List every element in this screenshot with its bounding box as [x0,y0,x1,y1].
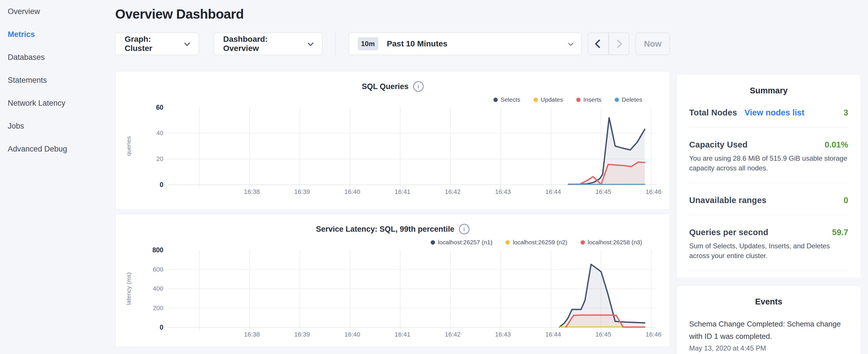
x-tick-label: 16:42 [445,331,461,338]
time-step-forward-button[interactable] [608,33,629,55]
summary-row-subtext: Sum of Selects, Updates, Inserts, and De… [689,241,848,261]
x-tick-label: 16:46 [646,331,661,338]
summary-row-total-nodes: Total NodesView nodes list3 [689,108,848,118]
legend-item-deletes[interactable]: Deletes [615,96,642,103]
x-tick-label: 16:46 [646,188,661,196]
sidebar-item-advanced-debug[interactable]: Advanced Debug [8,145,115,153]
y-tick-label: 60 [156,104,163,111]
sidebar: OverviewMetricsDatabasesStatementsNetwor… [0,0,115,354]
chart-canvas [168,107,656,188]
chevron-down-icon [568,40,573,45]
x-tick-label: 16:44 [545,188,561,196]
app-root: OverviewMetricsDatabasesStatementsNetwor… [0,0,868,354]
summary-row-queries-per-second: Queries per second59.7 [689,228,848,237]
x-tick-label: 16:45 [595,188,611,196]
chevron-left-icon [595,39,604,48]
legend-label: localhost:26259 (n2) [513,239,567,246]
event-timestamp: May 13, 2020 at 4:45 PM [689,344,848,352]
events-title: Events [689,297,848,307]
chevron-down-icon [308,40,314,46]
view-nodes-list-link[interactable]: View nodes list [744,108,804,118]
summary-row-unavailable-ranges: Unavailable ranges0 [689,196,848,205]
graph-scope-dropdown[interactable]: Graph: Cluster [115,33,199,55]
legend-label: Deletes [622,96,642,103]
x-tick-label: 16:42 [445,188,461,196]
sidebar-item-statements[interactable]: Statements [8,76,115,84]
legend-item-localhost-26258-n3[interactable]: localhost:26258 (n3) [581,239,642,246]
legend-item-selects[interactable]: Selects [493,96,520,103]
y-tick-label: 0 [160,181,163,189]
y-tick-label: 20 [156,155,163,163]
page-title: Overview Dashboard [115,6,868,22]
x-tick-label: 16:40 [344,188,360,196]
sidebar-item-metrics[interactable]: Metrics [8,30,115,38]
legend-label: Selects [501,96,520,103]
time-step-back-button[interactable] [588,33,608,55]
legend-label: localhost:26257 (n1) [438,239,492,246]
y-axis: latency (ms) 0200400600800 [116,250,168,327]
chart-canvas [168,250,656,330]
x-tick-label: 16:38 [244,188,260,196]
info-icon[interactable] [413,81,424,92]
chart-legend: SelectsUpdatesInsertsDeletes [116,96,642,103]
dashboard-dropdown[interactable]: Dashboard: Overview [214,33,322,55]
legend-dot-icon [615,98,619,102]
dashboard-label: Dashboard: Overview [223,35,302,53]
main-content: Overview Dashboard Graph: Cluster Dashbo… [115,0,868,354]
sidebar-item-network-latency[interactable]: Network Latency [8,99,115,107]
y-axis-label: queries [125,136,132,156]
now-button[interactable]: Now [636,33,670,55]
x-tick-label: 16:43 [495,331,510,338]
content-row: Graph: Cluster Dashboard: Overview 10m P… [115,33,868,354]
x-tick-label: 16:39 [294,188,310,196]
sidebar-item-overview[interactable]: Overview [8,7,115,15]
chevron-down-icon [184,40,190,46]
time-window-badge: 10m [358,37,378,51]
legend-item-localhost-26259-n2[interactable]: localhost:26259 (n2) [505,239,567,246]
summary-row-value: 0.01% [825,140,848,150]
legend-dot-icon [581,240,585,245]
summary-row-subtext: You are using 28.6 MiB of 515.9 GiB usab… [689,154,848,173]
legend-dot-icon [505,240,510,245]
y-tick-label: 40 [156,129,163,137]
legend-dot-icon [493,98,498,102]
chart-title: SQL Queries [362,82,408,91]
summary-row-value: 3 [844,108,848,118]
chart-title: Service Latency: SQL, 99th percentile [316,225,454,234]
y-tick-label: 0 [160,324,163,331]
summary-row-capacity-used: Capacity Used0.01% [689,140,848,150]
time-range-selector[interactable]: 10m Past 10 Minutes [349,33,582,55]
time-step-buttons [588,33,629,55]
legend-dot-icon [534,98,538,102]
legend-dot-icon [431,240,435,245]
legend-label: localhost:26258 (n3) [588,239,642,246]
x-axis: 16:3816:3916:4016:4116:4216:4316:4416:45… [168,188,670,200]
sql-queries-chart-card: SQL Queries SelectsUpdatesInsertsDeletes… [115,71,670,210]
summary-row-value: 59.7 [832,228,848,237]
charts-column: Graph: Cluster Dashboard: Overview 10m P… [115,33,670,347]
legend-item-updates[interactable]: Updates [534,96,563,103]
summary-rows: Total NodesView nodes list3Capacity Used… [689,108,848,279]
x-axis: 16:3816:3916:4016:4116:4216:4316:4416:45… [168,331,670,342]
summary-row-label: Queries per second [689,228,768,237]
summary-panel: Summary Total NodesView nodes list3Capac… [676,74,861,279]
legend-dot-icon [576,98,581,102]
info-icon[interactable] [459,224,469,234]
y-tick-label: 200 [153,304,163,312]
sidebar-item-jobs[interactable]: Jobs [8,122,115,130]
sidebar-item-databases[interactable]: Databases [8,53,115,61]
event-message[interactable]: Schema Change Completed: Schema change w… [689,318,848,343]
legend-item-inserts[interactable]: Inserts [576,96,601,103]
legend-item-localhost-26257-n1[interactable]: localhost:26257 (n1) [431,239,492,246]
events-panel: Events Schema Change Completed: Schema c… [676,285,861,354]
plot-area [168,107,656,185]
legend-label: Updates [541,96,563,103]
x-tick-label: 16:39 [294,331,310,338]
toolbar: Graph: Cluster Dashboard: Overview 10m P… [115,33,670,55]
divider [689,270,848,271]
x-tick-label: 16:44 [545,331,561,338]
right-column: Summary Total NodesView nodes list3Capac… [676,74,861,354]
chevron-right-icon [613,39,622,48]
summary-row-value: 0 [844,196,848,205]
y-axis: queries 0204060 [116,107,168,185]
